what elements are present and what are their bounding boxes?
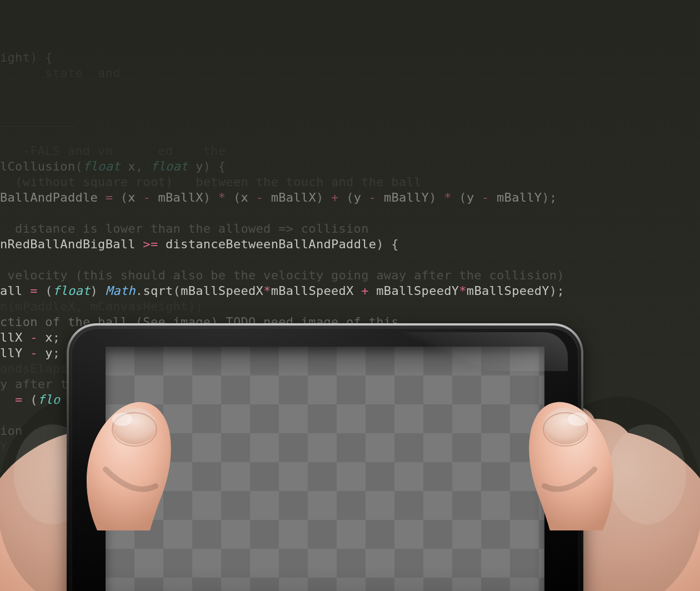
code-line: distance is lower than the allowed => co… (0, 221, 700, 237)
code-line (0, 34, 700, 50)
code-line: BallAndPaddle = (x - mBallX) * (x - mBal… (0, 190, 700, 206)
right-thumb (522, 386, 617, 530)
code-line: -FALS and vm ed the (0, 143, 700, 159)
code-line: __________ (0, 112, 700, 128)
code-line (0, 206, 700, 221)
code-line (0, 97, 700, 112)
code-line: (without square root) between the touch … (0, 174, 700, 190)
code-line: velocity (this should also be the veloci… (0, 268, 700, 283)
svg-point-9 (568, 413, 588, 426)
code-line: state and (0, 66, 700, 81)
code-line (0, 252, 700, 268)
code-line (0, 128, 700, 143)
svg-point-6 (112, 413, 132, 426)
code-line: n(mPaddleX, mCanvasHeight); (0, 299, 700, 314)
code-line: ight) { (0, 50, 700, 66)
left-thumb (83, 386, 178, 530)
code-line (0, 81, 700, 97)
code-line: nRedBallAndBigBall >= distanceBetweenBal… (0, 237, 700, 252)
code-line: all = (float) Math.sqrt(mBallSpeedX*mBal… (0, 283, 700, 299)
code-line: lCollusion(float x, float y) { (0, 159, 700, 174)
